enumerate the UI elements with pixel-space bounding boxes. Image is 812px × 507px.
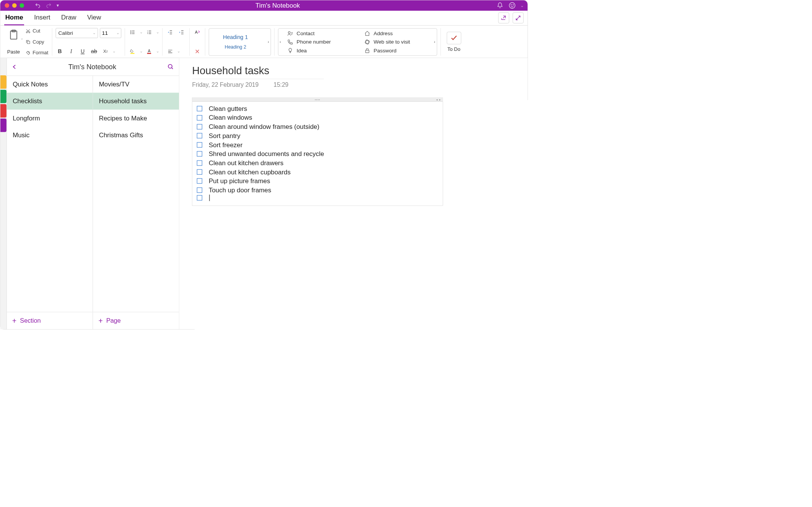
todo-item[interactable]: Clean out kitchen cupboards bbox=[197, 167, 438, 177]
page-canvas[interactable]: Household tasks Friday, 22 February 2019… bbox=[179, 58, 528, 329]
account-icon[interactable] bbox=[509, 2, 516, 9]
todo-text[interactable]: Sort freezer bbox=[209, 140, 242, 150]
notification-icon[interactable] bbox=[497, 2, 503, 9]
todo-text[interactable]: Touch up door frames bbox=[209, 185, 271, 195]
checkbox-icon[interactable] bbox=[197, 195, 202, 200]
checkbox-icon[interactable] bbox=[197, 178, 202, 184]
add-page-button[interactable]: +Page bbox=[93, 312, 179, 329]
window-minimize[interactable] bbox=[12, 3, 17, 8]
todo-item[interactable]: Clean windows bbox=[197, 113, 438, 122]
tab-draw[interactable]: Draw bbox=[60, 11, 77, 25]
undo-icon[interactable] bbox=[34, 3, 41, 9]
paste-label[interactable]: Paste bbox=[7, 49, 20, 55]
italic-button[interactable]: I bbox=[67, 47, 75, 55]
font-family-select[interactable]: Calibri⌵ bbox=[55, 28, 98, 38]
todo-text[interactable]: Put up picture frames bbox=[209, 177, 270, 186]
todo-item[interactable]: Clean gutters bbox=[197, 104, 438, 113]
notebook-tab-green[interactable] bbox=[0, 90, 6, 103]
numbering-button[interactable]: 123 bbox=[145, 28, 153, 36]
tag-address[interactable]: Address bbox=[361, 31, 435, 37]
page-item[interactable]: Christmas Gifts bbox=[93, 127, 179, 143]
todo-text[interactable]: Clean out kitchen cupboards bbox=[209, 167, 291, 177]
tag-idea[interactable]: Idea bbox=[284, 47, 359, 54]
todo-item[interactable]: Clean out kitchen drawers bbox=[197, 158, 438, 167]
tab-insert[interactable]: Insert bbox=[33, 11, 51, 25]
todo-text[interactable]: Clean windows bbox=[209, 113, 252, 122]
tag-contact[interactable]: Contact bbox=[284, 31, 359, 37]
add-section-button[interactable]: +Section bbox=[7, 312, 93, 329]
subscript-button[interactable]: X2 bbox=[101, 47, 110, 55]
delete-button[interactable] bbox=[193, 47, 201, 55]
section-item[interactable]: Checklists bbox=[7, 93, 93, 109]
checkbox-icon[interactable] bbox=[197, 115, 202, 120]
font-size-select[interactable]: 11⌵ bbox=[100, 28, 121, 38]
fullscreen-button[interactable] bbox=[513, 13, 524, 24]
todo-item[interactable]: Shred unwanted documents and recycle bbox=[197, 150, 438, 159]
page-item[interactable]: Household tasks bbox=[93, 93, 179, 109]
todo-tag-button[interactable] bbox=[447, 32, 461, 44]
style-heading-2[interactable]: Heading 2 bbox=[209, 44, 262, 50]
redo-icon[interactable] bbox=[45, 3, 52, 9]
bullets-dropdown-icon[interactable]: ⌵ bbox=[140, 31, 142, 34]
styles-gallery[interactable]: Heading 1 Heading 2 › bbox=[209, 28, 271, 56]
page-item[interactable]: Movies/TV bbox=[93, 76, 179, 93]
alignment-dropdown-icon[interactable]: ⌵ bbox=[178, 50, 180, 53]
share-button[interactable] bbox=[498, 13, 509, 24]
checkbox-icon[interactable] bbox=[197, 160, 202, 166]
notebook-tab-yellow[interactable] bbox=[0, 75, 6, 89]
todo-text[interactable]: Clean gutters bbox=[209, 104, 247, 113]
content-container[interactable]: ••••◂ ▸ Clean guttersClean windowsClean … bbox=[192, 98, 443, 206]
underline-button[interactable]: U bbox=[78, 47, 87, 55]
bullets-button[interactable] bbox=[128, 28, 137, 36]
numbering-dropdown-icon[interactable]: ⌵ bbox=[157, 31, 159, 34]
checkbox-icon[interactable] bbox=[197, 169, 202, 175]
tab-view[interactable]: View bbox=[86, 11, 102, 25]
cut-button[interactable]: Cut bbox=[26, 28, 48, 34]
account-dropdown-icon[interactable]: ⌵ bbox=[521, 3, 523, 7]
highlight-button[interactable] bbox=[128, 47, 137, 55]
nav-back-icon[interactable] bbox=[12, 63, 17, 70]
checkbox-icon[interactable] bbox=[197, 133, 202, 138]
tag-phone-number[interactable]: Phone number bbox=[284, 39, 359, 45]
todo-text[interactable]: Clean out kitchen drawers bbox=[209, 158, 283, 167]
copy-button[interactable]: Copy bbox=[26, 39, 48, 45]
window-close[interactable] bbox=[5, 3, 9, 8]
checkbox-icon[interactable] bbox=[197, 124, 202, 129]
font-color-dropdown-icon[interactable]: ⌵ bbox=[157, 50, 159, 53]
todo-item[interactable]: Put up picture frames bbox=[197, 177, 438, 186]
tags-prev-icon[interactable]: ‹ bbox=[280, 40, 281, 44]
section-item[interactable]: Longform bbox=[7, 110, 93, 127]
page-item[interactable]: Recipes to Make bbox=[93, 110, 179, 127]
bold-button[interactable]: B bbox=[55, 47, 64, 55]
todo-item[interactable]: Clean around window frames (outside) bbox=[197, 122, 438, 132]
section-item[interactable]: Quick Notes bbox=[7, 76, 93, 93]
strikethrough-button[interactable]: ab bbox=[90, 47, 98, 55]
paste-icon[interactable] bbox=[8, 29, 19, 41]
tab-home[interactable]: Home bbox=[4, 11, 24, 25]
paste-dropdown-icon[interactable]: ⌵ bbox=[21, 37, 23, 40]
todo-text[interactable]: Shred unwanted documents and recycle bbox=[209, 150, 324, 159]
tag-web-site-to-visit[interactable]: Web site to visit bbox=[361, 39, 435, 45]
decrease-indent-button[interactable] bbox=[166, 28, 174, 36]
notebook-tab-red[interactable] bbox=[0, 104, 6, 117]
format-painter-button[interactable]: Format bbox=[26, 50, 48, 56]
page-title[interactable]: Household tasks bbox=[192, 65, 323, 79]
tags-gallery[interactable]: ‹ ContactPhone numberIdea AddressWeb sit… bbox=[278, 28, 437, 56]
style-heading-1[interactable]: Heading 1 bbox=[209, 34, 262, 41]
section-item[interactable]: Music bbox=[7, 127, 93, 143]
script-dropdown-icon[interactable]: ⌵ bbox=[113, 50, 115, 53]
container-drag-handle[interactable]: ••••◂ ▸ bbox=[192, 98, 443, 101]
todo-item[interactable]: Sort freezer bbox=[197, 140, 438, 150]
todo-text[interactable]: Sort pantry bbox=[209, 131, 240, 140]
tags-next-icon[interactable]: › bbox=[434, 40, 435, 44]
tag-password[interactable]: Password bbox=[361, 47, 435, 54]
alignment-button[interactable] bbox=[166, 47, 174, 55]
todo-text[interactable]: Clean around window frames (outside) bbox=[209, 122, 319, 132]
clear-formatting-button[interactable]: A bbox=[193, 28, 201, 36]
checkbox-icon[interactable] bbox=[197, 151, 202, 156]
highlight-dropdown-icon[interactable]: ⌵ bbox=[140, 50, 142, 53]
font-color-button[interactable]: A bbox=[145, 47, 153, 55]
increase-indent-button[interactable] bbox=[177, 28, 186, 36]
search-icon[interactable] bbox=[167, 63, 174, 70]
checkbox-icon[interactable] bbox=[197, 142, 202, 148]
